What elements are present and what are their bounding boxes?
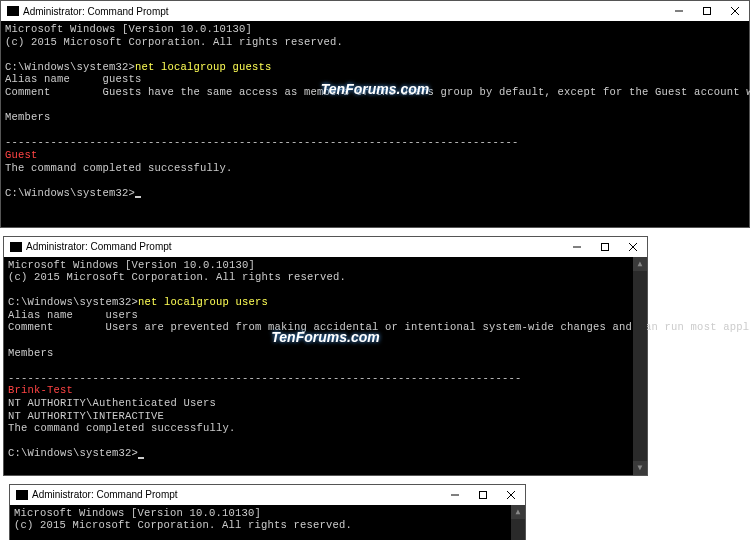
window-controls xyxy=(441,485,525,505)
close-button[interactable] xyxy=(619,237,647,257)
version-line: Microsoft Windows [Version 10.0.10130] xyxy=(14,507,509,520)
copyright-line: (c) 2015 Microsoft Corporation. All righ… xyxy=(8,271,631,284)
titlebar[interactable]: Administrator: Command Prompt xyxy=(10,485,525,505)
scroll-down-icon[interactable]: ▼ xyxy=(633,461,647,475)
scroll-up-icon[interactable]: ▲ xyxy=(633,257,647,271)
cmd-window-admins: Administrator: Command Prompt Microsoft … xyxy=(9,484,526,540)
window-title: Administrator: Command Prompt xyxy=(26,241,172,252)
success-line: The command completed successfully. xyxy=(8,422,631,435)
window-controls xyxy=(563,237,647,257)
minimize-button[interactable] xyxy=(563,237,591,257)
svg-rect-5 xyxy=(602,243,609,250)
command-line: C:\Windows\system32>net localgroup guest… xyxy=(5,61,745,74)
titlebar[interactable]: Administrator: Command Prompt xyxy=(1,1,749,21)
version-line: Microsoft Windows [Version 10.0.10130] xyxy=(5,23,745,36)
maximize-button[interactable] xyxy=(469,485,497,505)
cmd-icon xyxy=(16,490,28,500)
close-button[interactable] xyxy=(721,1,749,21)
close-button[interactable] xyxy=(497,485,525,505)
window-controls xyxy=(665,1,749,21)
cmd-icon xyxy=(7,6,19,16)
members-label: Members xyxy=(8,347,631,360)
dashline: ----------------------------------------… xyxy=(8,372,631,385)
titlebar[interactable]: Administrator: Command Prompt xyxy=(4,237,647,257)
terminal-output[interactable]: Microsoft Windows [Version 10.0.10130] (… xyxy=(1,21,749,227)
member-row: Brink-Test xyxy=(8,384,631,397)
command-line: C:\Windows\system32>net localgroup users xyxy=(8,296,631,309)
window-title: Administrator: Command Prompt xyxy=(32,489,178,500)
maximize-button[interactable] xyxy=(591,237,619,257)
scrollbar[interactable]: ▲ ▼ xyxy=(511,505,525,540)
maximize-button[interactable] xyxy=(693,1,721,21)
titlebar-left: Administrator: Command Prompt xyxy=(7,6,169,17)
member-row: NT AUTHORITY\Authenticated Users xyxy=(8,397,631,410)
version-line: Microsoft Windows [Version 10.0.10130] xyxy=(8,259,631,272)
scrollbar[interactable]: ▲ ▼ xyxy=(633,257,647,475)
cursor xyxy=(135,196,141,198)
comment-line: Comment Users are prevented from making … xyxy=(8,321,631,334)
cmd-icon xyxy=(10,242,22,252)
members-label: Members xyxy=(5,111,745,124)
success-line: The command completed successfully. xyxy=(5,162,745,175)
titlebar-left: Administrator: Command Prompt xyxy=(16,489,178,500)
cmd-window-users: Administrator: Command Prompt Microsoft … xyxy=(3,236,648,476)
window-title: Administrator: Command Prompt xyxy=(23,6,169,17)
svg-rect-9 xyxy=(480,491,487,498)
prompt-ready: C:\Windows\system32> xyxy=(8,447,631,460)
minimize-button[interactable] xyxy=(665,1,693,21)
member-row: NT AUTHORITY\INTERACTIVE xyxy=(8,410,631,423)
copyright-line: (c) 2015 Microsoft Corporation. All righ… xyxy=(14,519,509,532)
cursor xyxy=(138,457,144,459)
minimize-button[interactable] xyxy=(441,485,469,505)
scroll-up-icon[interactable]: ▲ xyxy=(511,505,525,519)
terminal-output[interactable]: Microsoft Windows [Version 10.0.10130] (… xyxy=(4,257,647,475)
prompt-ready: C:\Windows\system32> xyxy=(5,187,745,200)
alias-line: Alias name guests xyxy=(5,73,745,86)
alias-line: Alias name users xyxy=(8,309,631,322)
member-row: Guest xyxy=(5,149,745,162)
copyright-line: (c) 2015 Microsoft Corporation. All righ… xyxy=(5,36,745,49)
terminal-output[interactable]: Microsoft Windows [Version 10.0.10130] (… xyxy=(10,505,525,540)
titlebar-left: Administrator: Command Prompt xyxy=(10,241,172,252)
comment-line: Comment Guests have the same access as m… xyxy=(5,86,745,99)
dashline: ----------------------------------------… xyxy=(5,136,745,149)
cmd-window-guests: Administrator: Command Prompt Microsoft … xyxy=(0,0,750,228)
svg-rect-1 xyxy=(704,8,711,15)
